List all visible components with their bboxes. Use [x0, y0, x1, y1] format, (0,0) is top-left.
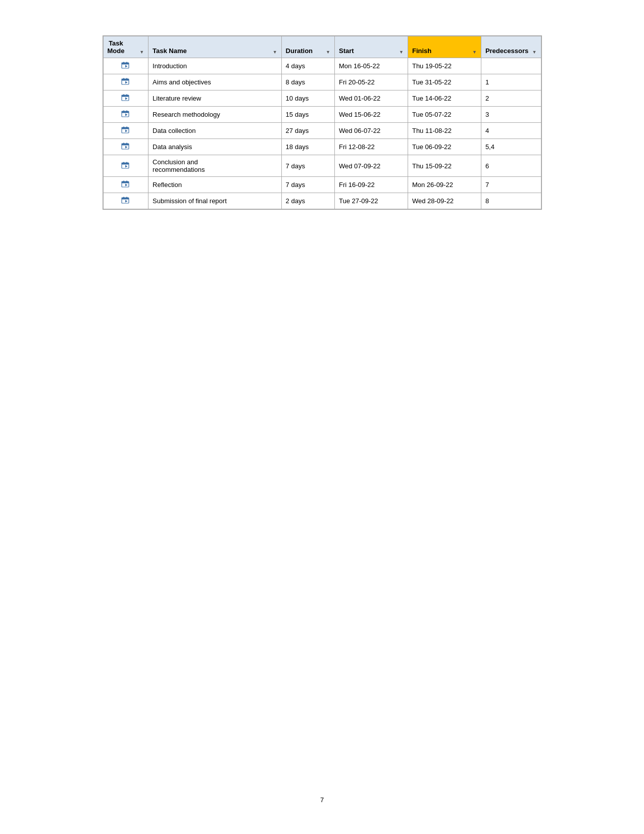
start-cell: Wed 07-09-22: [335, 155, 408, 177]
duration-cell: 2 days: [281, 193, 334, 209]
gantt-table-wrapper: TaskMode ▼ Task Name ▼ Duration ▼: [103, 35, 542, 210]
svg-rect-6: [123, 78, 124, 80]
svg-rect-35: [126, 197, 127, 199]
page-container: TaskMode ▼ Task Name ▼ Duration ▼: [0, 0, 644, 834]
predecessors-cell: 8: [481, 193, 541, 209]
table-row: Introduction4 daysMon 16-05-22Thu 19-05-…: [103, 58, 541, 74]
task-mode-cell: [103, 107, 148, 123]
task-name-cell: Aims and objectives: [148, 74, 282, 90]
svg-rect-17: [122, 127, 129, 129]
predecessors-cell: 4: [481, 123, 541, 139]
finish-cell: Wed 28-09-22: [408, 193, 481, 209]
table-row: Aims and objectives8 daysFri 20-05-22Tue…: [103, 74, 541, 90]
start-cell: Tue 27-09-22: [335, 193, 408, 209]
svg-rect-9: [122, 95, 129, 97]
task-mode-cell: [103, 90, 148, 107]
finish-cell: Mon 26-09-22: [408, 177, 481, 193]
svg-rect-33: [122, 198, 129, 200]
task-name-cell: Reflection: [148, 177, 282, 193]
task-name-cell: Conclusion and recommendations: [148, 155, 282, 177]
predecessors-cell: 2: [481, 90, 541, 107]
col-header-finish-label: Finish: [412, 47, 431, 55]
task-name-cell: Research methodology: [148, 107, 282, 123]
task-name-cell: Data analysis: [148, 139, 282, 155]
svg-rect-21: [122, 144, 129, 146]
svg-rect-13: [122, 111, 129, 113]
task-name-cell: Submission of final report: [148, 193, 282, 209]
svg-rect-3: [126, 62, 127, 64]
finish-dropdown-arrow[interactable]: ▼: [472, 50, 477, 55]
task-mode-icon: [121, 196, 131, 204]
task-mode-dropdown-arrow[interactable]: ▼: [139, 50, 144, 55]
duration-cell: 8 days: [281, 74, 334, 90]
start-cell: Wed 06-07-22: [335, 123, 408, 139]
task-mode-icon: [121, 61, 131, 69]
col-header-task-name-label: Task Name: [153, 47, 187, 55]
duration-cell: 18 days: [281, 139, 334, 155]
task-mode-icon: [121, 161, 131, 169]
finish-cell: Tue 31-05-22: [408, 74, 481, 90]
svg-rect-29: [122, 181, 129, 183]
start-cell: Wed 15-06-22: [335, 107, 408, 123]
svg-rect-1: [122, 63, 129, 65]
table-row: Research methodology15 daysWed 15-06-22T…: [103, 107, 541, 123]
start-cell: Fri 12-08-22: [335, 139, 408, 155]
task-mode-cell: [103, 177, 148, 193]
task-name-cell: Introduction: [148, 58, 282, 74]
table-row: Literature review10 daysWed 01-06-22Tue …: [103, 90, 541, 107]
task-name-cell: Data collection: [148, 123, 282, 139]
predecessors-cell: [481, 58, 541, 74]
svg-rect-10: [123, 95, 124, 97]
task-mode-cell: [103, 58, 148, 74]
predecessors-dropdown-arrow[interactable]: ▼: [532, 50, 537, 55]
svg-rect-23: [126, 143, 127, 145]
duration-cell: 4 days: [281, 58, 334, 74]
predecessors-cell: 5,4: [481, 139, 541, 155]
svg-rect-27: [126, 162, 127, 164]
table-header-row: TaskMode ▼ Task Name ▼ Duration ▼: [103, 36, 541, 58]
svg-rect-2: [123, 62, 124, 64]
start-cell: Fri 20-05-22: [335, 74, 408, 90]
finish-cell: Tue 14-06-22: [408, 90, 481, 107]
task-mode-cell: [103, 155, 148, 177]
col-header-duration-label: Duration: [286, 47, 313, 55]
svg-rect-19: [126, 127, 127, 129]
svg-rect-11: [126, 95, 127, 97]
col-header-predecessors-label: Predecessors: [485, 47, 528, 55]
duration-cell: 10 days: [281, 90, 334, 107]
svg-rect-30: [123, 181, 124, 183]
predecessors-cell: 1: [481, 74, 541, 90]
col-header-predecessors: Predecessors ▼: [481, 36, 541, 58]
finish-cell: Thu 19-05-22: [408, 58, 481, 74]
task-name-dropdown-arrow[interactable]: ▼: [273, 50, 277, 55]
finish-cell: Thu 15-09-22: [408, 155, 481, 177]
start-dropdown-arrow[interactable]: ▼: [399, 50, 404, 55]
task-mode-icon: [121, 142, 131, 150]
page-number: 7: [51, 776, 593, 804]
duration-cell: 15 days: [281, 107, 334, 123]
start-cell: Fri 16-09-22: [335, 177, 408, 193]
start-cell: Wed 01-06-22: [335, 90, 408, 107]
svg-rect-7: [126, 78, 127, 80]
task-mode-icon: [121, 110, 131, 118]
svg-rect-22: [123, 143, 124, 145]
task-mode-cell: [103, 123, 148, 139]
table-row: Conclusion and recommendations7 daysWed …: [103, 155, 541, 177]
duration-dropdown-arrow[interactable]: ▼: [326, 50, 330, 55]
svg-rect-15: [126, 111, 127, 113]
svg-rect-14: [123, 111, 124, 113]
task-mode-icon: [121, 180, 131, 188]
table-body: Introduction4 daysMon 16-05-22Thu 19-05-…: [103, 58, 541, 209]
task-name-cell: Literature review: [148, 90, 282, 107]
duration-cell: 7 days: [281, 177, 334, 193]
col-header-start: Start ▼: [335, 36, 408, 58]
col-header-task-name: Task Name ▼: [148, 36, 282, 58]
col-header-task-mode-label: TaskMode: [108, 39, 125, 55]
task-mode-icon: [121, 94, 131, 102]
task-mode-cell: [103, 139, 148, 155]
task-mode-cell: [103, 193, 148, 209]
col-header-finish: Finish ▼: [408, 36, 481, 58]
duration-cell: 7 days: [281, 155, 334, 177]
col-header-task-mode: TaskMode ▼: [103, 36, 148, 58]
task-mode-icon: [121, 126, 131, 134]
